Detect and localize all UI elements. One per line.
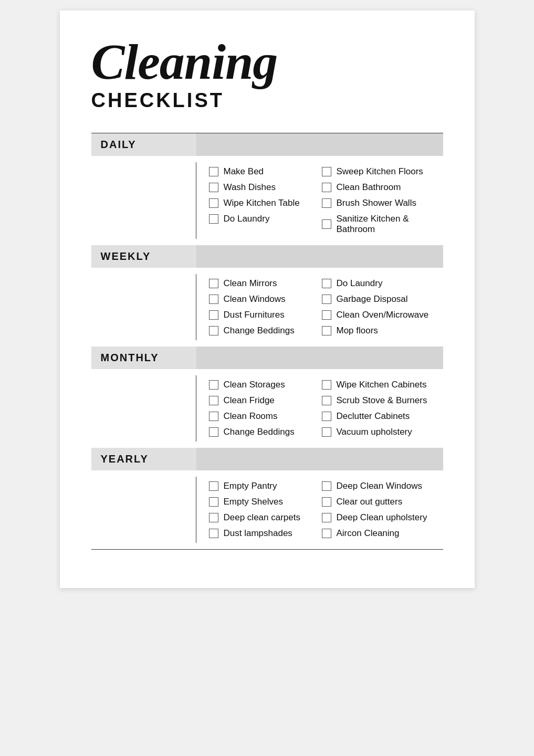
item-label: Empty Pantry [224, 481, 277, 491]
checkbox[interactable] [322, 310, 331, 320]
item-label: Deep Clean upholstery [337, 512, 427, 523]
list-item: Aircon Cleaning [322, 528, 435, 539]
checkbox[interactable] [322, 513, 331, 522]
section-items-yearly: Empty PantryEmpty ShelvesDeep clean carp… [196, 477, 443, 543]
item-label: Mop floors [337, 326, 378, 336]
right-column-weekly: Do LaundryGarbage DisposalClean Oven/Mic… [322, 278, 435, 336]
checkbox[interactable] [209, 529, 218, 538]
checkbox[interactable] [322, 427, 331, 437]
checkbox[interactable] [322, 396, 331, 405]
item-label: Make Bed [224, 166, 264, 177]
section-label-daily: DAILY [91, 133, 196, 156]
item-label: Clear out gutters [337, 497, 403, 507]
section-daily: DAILYMake BedWash DishesWipe Kitchen Tab… [91, 133, 443, 245]
title-checklist: CHECKLIST [91, 89, 443, 112]
list-item: Make Bed [209, 166, 322, 177]
right-column-daily: Sweep Kitchen FloorsClean BathroomBrush … [322, 166, 435, 235]
checkbox[interactable] [322, 497, 331, 507]
checkbox[interactable] [322, 279, 331, 288]
right-column-yearly: Deep Clean WindowsClear out guttersDeep … [322, 481, 435, 539]
list-item: Sanitize Kitchen & Bathroom [322, 214, 435, 235]
list-item: Clean Bathroom [322, 182, 435, 193]
checkbox[interactable] [322, 529, 331, 538]
list-item: Empty Pantry [209, 481, 322, 491]
checkbox[interactable] [322, 481, 331, 491]
checkbox[interactable] [209, 497, 218, 507]
checkbox[interactable] [209, 310, 218, 320]
list-item: Clean Mirrors [209, 278, 322, 289]
checkbox[interactable] [209, 427, 218, 437]
checkbox[interactable] [209, 396, 218, 405]
checkbox[interactable] [322, 295, 331, 304]
checkbox[interactable] [209, 380, 218, 390]
item-label: Brush Shower Walls [337, 198, 416, 208]
section-label-monthly: MONTHLY [91, 346, 196, 369]
checkbox[interactable] [209, 326, 218, 335]
section-body-yearly: Empty PantryEmpty ShelvesDeep clean carp… [91, 470, 443, 549]
checkbox[interactable] [209, 214, 218, 224]
left-column-yearly: Empty PantryEmpty ShelvesDeep clean carp… [209, 481, 322, 539]
item-label: Vacuum upholstery [337, 427, 412, 437]
item-label: Do Laundry [224, 214, 270, 224]
section-header-right-monthly [196, 346, 443, 369]
left-column-weekly: Clean MirrorsClean WindowsDust Furniture… [209, 278, 322, 336]
section-monthly: MONTHLYClean StoragesClean FridgeClean R… [91, 346, 443, 448]
checkbox[interactable] [322, 167, 331, 176]
list-item: Deep Clean upholstery [322, 512, 435, 523]
checkbox[interactable] [209, 412, 218, 421]
section-header-monthly: MONTHLY [91, 346, 443, 369]
section-spacer-monthly [91, 375, 196, 442]
checkbox[interactable] [209, 167, 218, 176]
right-column-monthly: Wipe Kitchen CabinetsScrub Stove & Burne… [322, 380, 435, 437]
list-item: Change Beddings [209, 427, 322, 437]
section-items-daily: Make BedWash DishesWipe Kitchen TableDo … [196, 162, 443, 239]
list-item: Deep clean carpets [209, 512, 322, 523]
list-item: Wipe Kitchen Table [209, 198, 322, 208]
list-item: Deep Clean Windows [322, 481, 435, 491]
section-yearly: YEARLYEmpty PantryEmpty ShelvesDeep clea… [91, 448, 443, 549]
section-body-daily: Make BedWash DishesWipe Kitchen TableDo … [91, 156, 443, 245]
checkbox[interactable] [209, 183, 218, 192]
item-label: Clean Bathroom [337, 182, 401, 193]
bottom-divider [91, 549, 443, 550]
section-items-monthly: Clean StoragesClean FridgeClean RoomsCha… [196, 375, 443, 442]
item-label: Sanitize Kitchen & Bathroom [337, 214, 435, 235]
checkbox[interactable] [322, 219, 331, 229]
checkbox[interactable] [209, 481, 218, 491]
item-label: Deep Clean Windows [337, 481, 422, 491]
item-label: Scrub Stove & Burners [337, 395, 427, 406]
list-item: Clean Oven/Microwave [322, 310, 435, 320]
list-item: Change Beddings [209, 326, 322, 336]
list-item: Do Laundry [322, 278, 435, 289]
list-item: Declutter Cabinets [322, 411, 435, 422]
title-cleaning: Cleaning [91, 37, 443, 87]
checkbox[interactable] [322, 380, 331, 390]
checkbox[interactable] [322, 183, 331, 192]
item-label: Sweep Kitchen Floors [337, 166, 423, 177]
checkbox[interactable] [322, 198, 331, 208]
section-header-weekly: WEEKLY [91, 245, 443, 268]
checkbox[interactable] [322, 326, 331, 335]
section-header-right-weekly [196, 245, 443, 268]
list-item: Clean Windows [209, 294, 322, 304]
item-label: Aircon Cleaning [337, 528, 400, 539]
checkbox[interactable] [322, 412, 331, 421]
checkbox[interactable] [209, 513, 218, 522]
item-label: Clean Fridge [224, 395, 275, 406]
list-item: Clear out gutters [322, 497, 435, 507]
item-label: Change Beddings [224, 427, 295, 437]
section-header-right-yearly [196, 448, 443, 470]
list-item: Vacuum upholstery [322, 427, 435, 437]
item-label: Garbage Disposal [337, 294, 408, 304]
section-body-weekly: Clean MirrorsClean WindowsDust Furniture… [91, 268, 443, 346]
checkbox[interactable] [209, 279, 218, 288]
list-item: Sweep Kitchen Floors [322, 166, 435, 177]
checkbox[interactable] [209, 295, 218, 304]
item-label: Wipe Kitchen Cabinets [337, 380, 427, 390]
checkbox[interactable] [209, 198, 218, 208]
left-column-monthly: Clean StoragesClean FridgeClean RoomsCha… [209, 380, 322, 437]
page: Cleaning CHECKLIST DAILYMake BedWash Dis… [60, 10, 475, 588]
list-item: Clean Fridge [209, 395, 322, 406]
list-item: Brush Shower Walls [322, 198, 435, 208]
section-spacer-daily [91, 162, 196, 239]
